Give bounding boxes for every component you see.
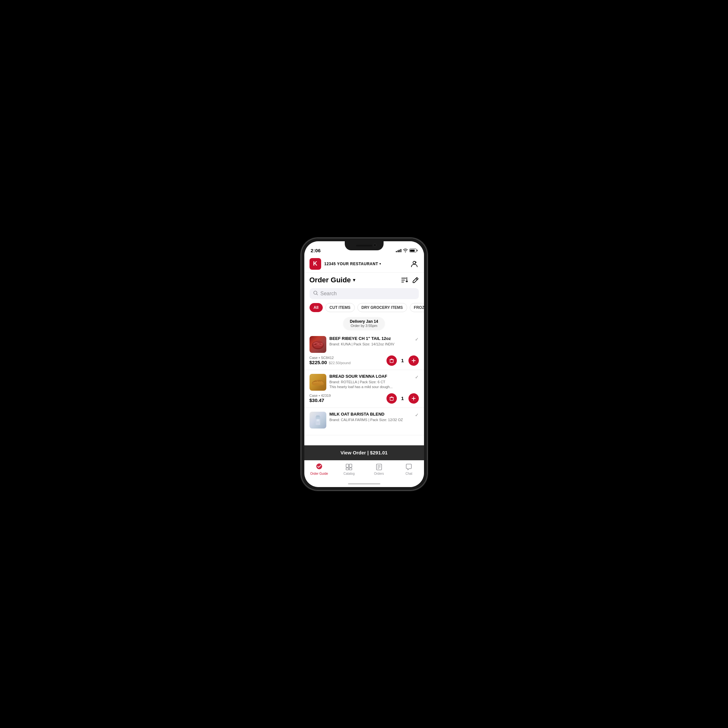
- status-time: 2:06: [311, 248, 321, 253]
- delivery-banner: Delivery Jan 14 Order by 3:55pm: [304, 315, 424, 332]
- nav-item-chat[interactable]: Chat: [394, 463, 424, 476]
- product-item-bread: BREAD SOUR VIENNA LOAF Brand: ROTELLA | …: [304, 370, 424, 408]
- edit-icon[interactable]: [412, 277, 419, 283]
- search-bar[interactable]: Search: [309, 288, 419, 299]
- svg-rect-15: [390, 398, 393, 401]
- product-image-beef: [309, 336, 326, 353]
- svg-point-14: [312, 383, 324, 385]
- home-indicator: [304, 480, 424, 487]
- title-actions: [401, 277, 419, 283]
- delivery-order-by: Order by 3:55pm: [350, 324, 378, 327]
- notch: [345, 241, 384, 250]
- product-price-bread: $30.47: [309, 398, 324, 403]
- delete-button-bread[interactable]: [387, 393, 397, 404]
- product-check-bread[interactable]: ✓: [415, 375, 419, 380]
- phone-screen: 2:06: [304, 241, 424, 487]
- delivery-date: Delivery Jan 14: [350, 319, 378, 324]
- product-image-bread: [309, 374, 326, 391]
- search-input[interactable]: Search: [321, 291, 337, 297]
- product-name-milk: MILK OAT BARISTA BLEND: [330, 412, 412, 417]
- battery-icon: [410, 249, 418, 252]
- add-button-beef[interactable]: [408, 355, 419, 366]
- restaurant-dropdown-arrow: ▾: [379, 262, 381, 266]
- search-icon: [314, 291, 318, 296]
- product-price-beef: $225.00: [309, 359, 327, 365]
- search-container: Search: [304, 287, 424, 302]
- product-name-beef: BEEF RIBEYE CH 1" TAIL 12oz: [330, 336, 412, 341]
- home-bar: [348, 483, 380, 485]
- quantity-beef: 1: [399, 358, 406, 363]
- app-content: K 12345 YOUR RESTAURANT ▾: [304, 255, 424, 487]
- product-unit-price-beef: $22.50/pound: [329, 361, 350, 365]
- camera-dot: [373, 243, 376, 247]
- delete-button-beef[interactable]: [387, 355, 397, 366]
- product-check-milk[interactable]: ✓: [415, 412, 419, 418]
- catalog-icon: [344, 463, 353, 471]
- filter-tab-cut[interactable]: CUT ITEMS: [325, 303, 355, 312]
- quantity-bread: 1: [399, 396, 406, 401]
- product-top-bread: BREAD SOUR VIENNA LOAF Brand: ROTELLA | …: [309, 374, 419, 391]
- product-info-milk: MILK OAT BARISTA BLEND Brand: CALIFIA FA…: [330, 412, 412, 422]
- product-brand-bread: Brand: ROTELLA | Pack Size: 6 CT: [330, 380, 412, 384]
- svg-rect-28: [349, 468, 352, 470]
- product-price-row-bread: $30.47: [309, 398, 331, 403]
- speaker: [356, 245, 372, 246]
- brand-logo: K: [309, 258, 321, 270]
- view-order-text: View Order | $291.01: [341, 450, 388, 455]
- restaurant-info[interactable]: 12345 YOUR RESTAURANT ▾: [324, 262, 410, 266]
- svg-point-9: [315, 344, 317, 345]
- product-sku-bread: Case • 42319: [309, 394, 331, 398]
- product-desc-bread: This hearty loaf has a mild sour dough..…: [330, 385, 412, 389]
- nav-label-order-guide: Order Guide: [310, 472, 328, 476]
- svg-rect-23: [316, 416, 320, 417]
- svg-point-10: [319, 343, 321, 345]
- product-check-beef[interactable]: ✓: [415, 336, 419, 342]
- nav-item-catalog[interactable]: Catalog: [334, 463, 364, 476]
- signal-bars-icon: [396, 249, 401, 252]
- view-order-bar[interactable]: View Order | $291.01: [304, 445, 424, 460]
- svg-point-8: [313, 341, 323, 348]
- page-title-container[interactable]: Order Guide ▾: [309, 276, 355, 284]
- nav-label-catalog: Catalog: [343, 472, 355, 476]
- product-image-milk: OAT: [309, 412, 326, 428]
- product-top-beef: BEEF RIBEYE CH 1" TAIL 12oz Brand: KUNA …: [309, 336, 419, 353]
- product-info-bread: BREAD SOUR VIENNA LOAF Brand: ROTELLA | …: [330, 374, 412, 389]
- svg-rect-25: [346, 464, 349, 467]
- nav-label-orders: Orders: [374, 472, 384, 476]
- product-list: BEEF RIBEYE CH 1" TAIL 12oz Brand: KUNA …: [304, 332, 424, 445]
- user-profile-icon[interactable]: [410, 259, 419, 268]
- product-name-bread: BREAD SOUR VIENNA LOAF: [330, 374, 412, 379]
- svg-rect-27: [346, 468, 349, 470]
- product-sku-beef: Case • SC8412: [309, 356, 351, 359]
- svg-rect-26: [349, 464, 352, 467]
- product-pricing-beef: Case • SC8412 $225.00 $22.50/pound: [309, 356, 351, 365]
- product-price-row-beef: $225.00 $22.50/pound: [309, 359, 351, 365]
- add-button-bread[interactable]: [408, 393, 419, 404]
- product-controls-beef: 1: [387, 355, 419, 366]
- product-item-beef-ribeye: BEEF RIBEYE CH 1" TAIL 12oz Brand: KUNA …: [304, 332, 424, 370]
- phone-shell: 2:06: [301, 238, 427, 490]
- filter-tab-frozen[interactable]: FROZEN G: [410, 303, 424, 312]
- order-guide-icon: [315, 463, 324, 471]
- filter-tab-all[interactable]: All: [309, 303, 323, 312]
- svg-line-4: [416, 278, 417, 280]
- sort-icon[interactable]: [401, 277, 408, 283]
- filter-tab-dry[interactable]: DRY GROCERY ITEMS: [357, 303, 407, 312]
- product-item-milk: OAT MILK OAT BARISTA BLEND Brand: CALIFI…: [304, 408, 424, 435]
- app-header: K 12345 YOUR RESTAURANT ▾: [304, 255, 424, 273]
- product-bottom-bread: Case • 42319 $30.47: [309, 393, 419, 404]
- product-info-beef: BEEF RIBEYE CH 1" TAIL 12oz Brand: KUNA …: [330, 336, 412, 347]
- nav-item-order-guide[interactable]: Order Guide: [304, 463, 334, 476]
- svg-rect-22: [317, 419, 319, 422]
- nav-label-chat: Chat: [405, 472, 412, 476]
- bottom-nav: Order Guide Catalog: [304, 460, 424, 480]
- product-brand-milk: Brand: CALIFIA FARMS | Pack Size: 12/32 …: [330, 418, 412, 422]
- filter-tabs: All CUT ITEMS DRY GROCERY ITEMS FROZEN G: [304, 302, 424, 315]
- page-title-row: Order Guide ▾: [304, 273, 424, 287]
- scene: 2:06: [0, 0, 728, 728]
- svg-rect-11: [390, 359, 393, 362]
- status-icons: [396, 248, 418, 254]
- nav-item-orders[interactable]: Orders: [364, 463, 394, 476]
- orders-icon: [375, 463, 384, 471]
- delivery-pill: Delivery Jan 14 Order by 3:55pm: [343, 317, 385, 330]
